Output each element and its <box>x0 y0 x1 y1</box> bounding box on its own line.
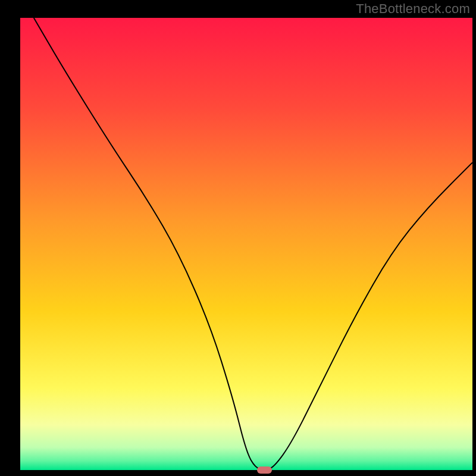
bottleneck-curve <box>20 18 472 470</box>
watermark-text: TheBottleneck.com <box>356 1 470 17</box>
optimum-marker <box>257 466 271 474</box>
figure-root: TheBottleneck.com <box>0 0 476 476</box>
plot-area <box>20 18 472 470</box>
